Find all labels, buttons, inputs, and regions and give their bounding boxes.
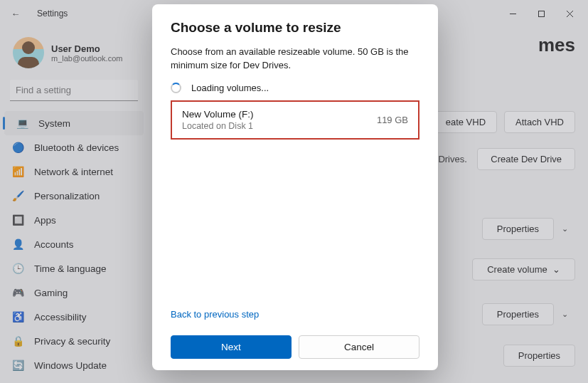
volume-location: Located on Disk 1 xyxy=(182,121,254,131)
loading-row: Loading volumes... xyxy=(171,83,419,93)
resize-volume-modal: Choose a volume to resize Choose from an… xyxy=(152,4,438,370)
spinner-icon xyxy=(171,83,181,93)
next-button[interactable]: Next xyxy=(171,335,292,359)
modal-title: Choose a volume to resize xyxy=(171,20,419,36)
back-link[interactable]: Back to previous step xyxy=(171,309,419,320)
volume-name: New Volume (F:) xyxy=(182,109,254,120)
modal-description: Choose from an available resizeable volu… xyxy=(171,46,419,73)
modal-button-row: Next Cancel xyxy=(171,335,419,359)
volume-option[interactable]: New Volume (F:) Located on Disk 1 119 GB xyxy=(171,100,419,140)
cancel-button[interactable]: Cancel xyxy=(299,335,419,359)
volume-size: 119 GB xyxy=(377,115,408,125)
loading-text: Loading volumes... xyxy=(191,83,269,93)
